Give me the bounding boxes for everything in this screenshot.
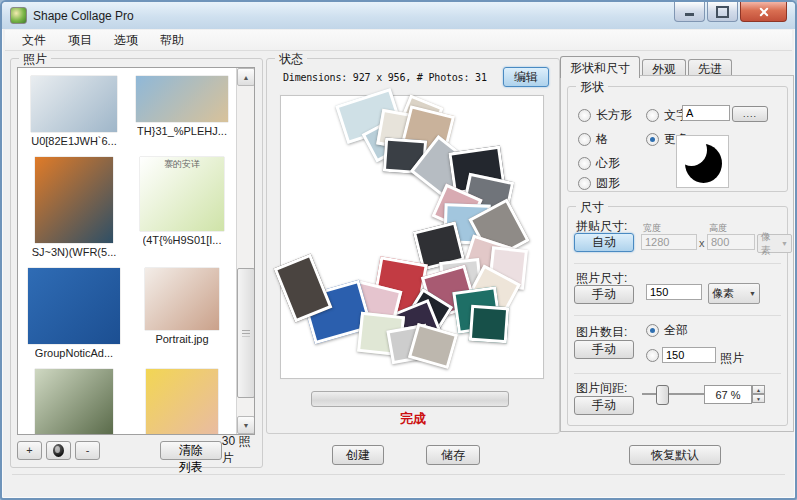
photo-count-setting-label: 图片数目: — [576, 324, 627, 341]
add-photos-button[interactable]: + — [17, 441, 42, 460]
tab-shape-and-size[interactable]: 形状和尺寸 — [560, 56, 640, 78]
photo-thumbnail — [145, 268, 219, 330]
create-button[interactable]: 创建 — [332, 445, 384, 465]
shape-option-circle[interactable]: 圆形 — [578, 175, 620, 192]
photo-item[interactable]: SJ~3N)(WFR(5... — [22, 157, 126, 258]
scroll-up-icon[interactable]: ▲ — [237, 68, 255, 86]
web-photos-button[interactable] — [46, 441, 71, 460]
photos-panel: 照片 U0[82E1JWH`6...TH}31_%PLEHJ...SJ~3N)(… — [10, 58, 263, 468]
shape-text-input[interactable] — [682, 105, 730, 121]
menu-item-file[interactable]: 文件 — [11, 30, 57, 51]
menu-item-help[interactable]: 帮助 — [149, 30, 195, 51]
app-icon — [10, 7, 27, 24]
scroll-down-icon[interactable]: ▼ — [237, 416, 255, 434]
progress-bar — [311, 391, 509, 407]
done-status-text: 完成 — [267, 410, 559, 428]
menu-bar: 文件 项目 选项 帮助 — [5, 30, 792, 51]
photo-filename: GroupNoticAd... — [35, 347, 113, 359]
app-window: Shape Collage Pro 文件 项目 选项 帮助 照片 U0[82E1… — [0, 0, 797, 500]
radio-icon — [646, 349, 659, 362]
collage-preview[interactable] — [280, 95, 544, 379]
photos-toolbar: + - 清除列表 30 照片 — [17, 439, 256, 461]
menu-item-options[interactable]: 选项 — [103, 30, 149, 51]
photo-filename: TH}31_%PLEHJ... — [137, 125, 227, 137]
custom-shape-thumbnail[interactable] — [676, 135, 729, 188]
scrollbar-thumb[interactable] — [237, 268, 255, 398]
shape-size-tab-panel: 形状 长方形 格 心形 圆形 文字 .... 更多 — [560, 75, 794, 432]
menu-item-project[interactable]: 项目 — [57, 30, 103, 51]
window-controls — [672, 2, 787, 22]
photos-panel-title: 照片 — [19, 51, 51, 68]
photo-item[interactable]: GroupNoticAd... — [22, 268, 126, 359]
restore-defaults-button[interactable]: 恢复默认 — [629, 445, 721, 465]
spacing-spinner[interactable]: ▲ ▼ — [752, 385, 765, 403]
shape-option-rectangle[interactable]: 长方形 — [578, 107, 632, 124]
photo-filename: (4T{%H9S01[I... — [143, 234, 222, 246]
photo-filename: SJ~3N)(WFR(5... — [32, 246, 117, 258]
globe-icon — [53, 444, 64, 457]
photo-list[interactable]: U0[82E1JWH`6...TH}31_%PLEHJ...SJ~3N)(WFR… — [17, 67, 255, 435]
photo-count-all-option[interactable]: 全部 — [646, 322, 688, 339]
status-panel: 状态 Dimensions: 927 x 956, # Photos: 31 编… — [266, 58, 560, 434]
photo-item[interactable]: TH}31_%PLEHJ... — [130, 76, 234, 147]
browse-shape-button[interactable]: .... — [732, 106, 768, 122]
collage-height-input — [707, 234, 755, 250]
photo-size-unit-dropdown[interactable]: 像素▼ — [708, 283, 760, 304]
minimize-icon — [685, 13, 694, 16]
shape-group: 形状 长方形 格 心形 圆形 文字 .... 更多 — [567, 86, 788, 192]
photo-item[interactable]: U0[82E1JWH`6... — [22, 76, 126, 147]
shape-option-heart[interactable]: 心形 — [578, 155, 620, 172]
spacing-manual-button[interactable]: 手动 — [574, 396, 634, 415]
dropdown-arrow-icon: ▼ — [781, 240, 788, 247]
collage-width-input — [641, 234, 697, 250]
remove-photo-button[interactable]: - — [75, 441, 100, 460]
dimensions-text: Dimensions: 927 x 956, # Photos: 31 — [283, 72, 487, 83]
photo-item[interactable]: Portrait.jpg — [130, 268, 234, 359]
thumbnail-caption: 寨的安详 — [140, 158, 224, 171]
status-panel-title: 状态 — [275, 51, 307, 68]
radio-selected-icon — [646, 133, 659, 146]
clear-list-button[interactable]: 清除列表 — [160, 441, 222, 460]
radio-selected-icon — [646, 324, 659, 337]
bottom-separator — [12, 474, 785, 475]
photo-thumbnail — [28, 268, 120, 344]
shape-option-grid[interactable]: 格 — [578, 131, 608, 148]
photo-size-input[interactable] — [646, 284, 702, 300]
collage-size-auto-button[interactable]: 自动 — [574, 233, 634, 252]
photo-item[interactable]: ~X}D42SJG})T... — [130, 369, 234, 435]
spacing-value[interactable]: 67 % — [704, 385, 752, 404]
spinner-up-icon[interactable]: ▲ — [752, 385, 765, 394]
photo-thumbnail — [146, 369, 218, 435]
photo-thumbnail — [35, 369, 113, 435]
radio-icon — [578, 177, 591, 190]
maximize-icon — [716, 6, 729, 18]
slider-thumb[interactable] — [656, 385, 669, 405]
titlebar[interactable]: Shape Collage Pro — [2, 2, 795, 29]
photo-count-manual-button[interactable]: 手动 — [574, 340, 634, 359]
photo-thumbnail: 寨的安详 — [140, 157, 224, 231]
photo-count-input[interactable] — [662, 347, 716, 363]
maximize-button[interactable] — [707, 2, 738, 22]
photo-thumbnail — [31, 76, 117, 132]
dropdown-arrow-icon: ▼ — [749, 290, 756, 297]
radio-icon — [578, 133, 591, 146]
collage-photo-tile — [408, 323, 458, 369]
radio-icon — [578, 109, 591, 122]
edit-button[interactable]: 编辑 — [503, 67, 549, 87]
size-group: 尺寸 拼贴尺寸: 自动 宽度 x 高度 像素▼ 照片尺寸: 手动 像素▼ 图片数… — [567, 206, 788, 426]
photo-list-scrollbar[interactable]: ▲ ▼ — [236, 68, 254, 434]
spinner-down-icon[interactable]: ▼ — [752, 394, 765, 403]
photo-thumbnail — [136, 76, 228, 122]
minimize-button[interactable] — [674, 2, 705, 22]
photo-size-manual-button[interactable]: 手动 — [574, 285, 634, 304]
save-button[interactable]: 储存 — [426, 445, 480, 465]
photo-item[interactable]: %JG9L1T@)Y$V... — [22, 369, 126, 435]
radio-icon — [646, 109, 659, 122]
photo-item[interactable]: 寨的安详(4T{%H9S01[I... — [130, 157, 234, 258]
spacing-label: 图片间距: — [576, 380, 627, 397]
photo-count-label: 30 照片 — [222, 433, 252, 467]
collage-photo-tile — [469, 305, 509, 344]
radio-icon — [578, 157, 591, 170]
close-button[interactable] — [740, 2, 787, 22]
status-row: Dimensions: 927 x 956, # Photos: 31 编辑 — [283, 67, 549, 87]
